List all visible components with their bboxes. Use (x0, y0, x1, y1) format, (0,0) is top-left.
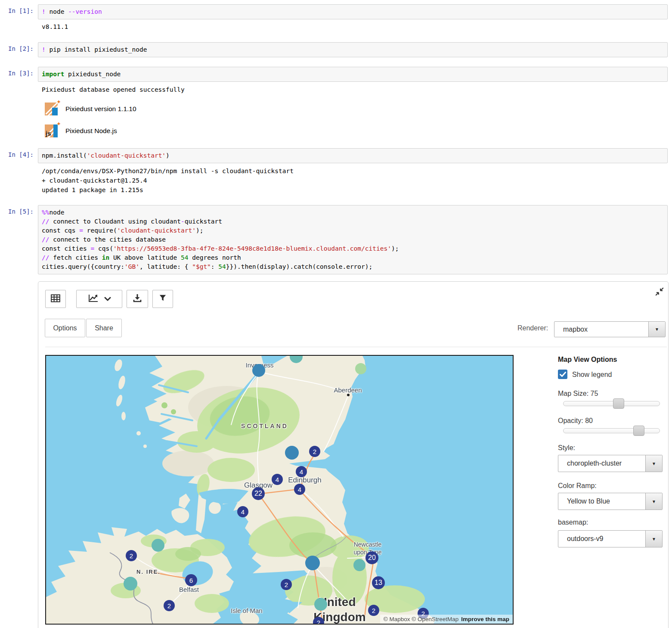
cluster-marker[interactable]: 4 (294, 484, 305, 495)
cell-prompt: In [3]: (0, 70, 34, 77)
cluster-marker[interactable]: 22 (252, 487, 265, 500)
cluster-marker[interactable] (355, 363, 366, 374)
cluster-marker[interactable]: 4 (237, 506, 248, 517)
download-button[interactable] (127, 290, 148, 308)
code-line: ! node --version (42, 7, 667, 16)
code-input[interactable]: import pixiedust_node (38, 67, 668, 82)
js-logo-text: js (46, 130, 51, 137)
check-icon (560, 372, 566, 377)
code-line: // connect to the cities database (42, 235, 667, 244)
basemap-select[interactable]: outdoors-v9 ▼ (558, 530, 663, 547)
cluster-marker[interactable] (305, 556, 320, 570)
map-attribution: © Mapbox © OpenStreetMap Improve this ma… (380, 615, 513, 624)
map-label: SCOTLAND (241, 423, 288, 429)
opacity-label: Opacity: 80 (558, 417, 593, 425)
map-label: Belfast (179, 586, 199, 593)
table-icon (51, 294, 60, 304)
cell-output-text: updated 1 package in 1.215s (42, 185, 143, 195)
cluster-marker[interactable]: 13 (372, 576, 385, 589)
cluster-marker[interactable]: 2 (368, 605, 379, 616)
cluster-marker[interactable] (285, 446, 299, 460)
code-line: // connect to Cloudant using cloudant-qu… (42, 217, 667, 226)
basemap-value: outdoors-v9 (558, 535, 645, 543)
map-label: Newcastle (354, 541, 382, 548)
cluster-marker[interactable]: 2 (281, 579, 292, 590)
code-input[interactable]: npm.install('cloudant-quickstart') (38, 148, 668, 163)
cluster-marker[interactable]: 2 (164, 600, 175, 611)
cell-output-text: v8.11.1 (42, 22, 68, 31)
logo-blue-block (52, 108, 58, 115)
cluster-marker[interactable]: 2 (309, 446, 320, 457)
renderer-select[interactable]: mapbox ▼ (554, 321, 666, 337)
options-button[interactable]: Options (45, 319, 85, 337)
code-input[interactable]: %%node// connect to Cloudant using cloud… (38, 205, 668, 274)
code-line: const cities = cqs('https://56953ed8-3fb… (42, 244, 667, 253)
badge-label: Pixiedust Node.js (65, 127, 117, 135)
cell-prompt: In [4]: (0, 151, 34, 158)
opacity-slider-handle[interactable] (633, 426, 644, 436)
map-basemap (46, 356, 513, 624)
show-legend-label: Show legend (572, 371, 612, 379)
cluster-marker[interactable]: 6 (185, 574, 197, 586)
map-label: Edinburgh (288, 476, 322, 485)
code-line: ! pip install pixiedust_node (42, 45, 667, 54)
code-input[interactable]: ! node --version (38, 4, 668, 19)
options-button-label: Options (53, 324, 77, 332)
sparkle-icon: ✦ (56, 99, 61, 105)
filter-button[interactable] (152, 290, 173, 308)
cluster-marker[interactable]: 20 (365, 551, 378, 564)
chart-button[interactable] (76, 290, 122, 308)
cluster-marker[interactable]: 2 (126, 550, 137, 561)
attribution-text: © Mapbox © OpenStreetMap (384, 616, 458, 622)
cluster-marker[interactable] (353, 559, 365, 571)
style-select[interactable]: choropleth-cluster ▼ (558, 455, 663, 472)
opacity-slider[interactable] (563, 428, 660, 433)
cell-output-text: Pixiedust database opened successfully (42, 85, 185, 94)
jupyter-notebook-page: In [1]:! node --versionv8.11.1In [2]:! p… (0, 0, 672, 628)
cluster-marker[interactable] (152, 539, 164, 552)
code-line: const cqs = require('cloudant-quickstart… (42, 226, 667, 235)
chevron-down-icon (104, 295, 111, 303)
code-line: import pixiedust_node (42, 70, 667, 79)
cluster-marker[interactable] (124, 577, 137, 591)
code-line: %%node (42, 208, 667, 217)
map-size-slider-handle[interactable] (613, 398, 624, 409)
dropdown-arrow-icon: ▼ (645, 493, 662, 510)
share-button-label: Share (95, 324, 113, 332)
toolbar-divider (45, 347, 667, 347)
style-label: Style: (558, 444, 575, 452)
mapbox-map[interactable]: InvernessAberdeenSCOTLANDEdinburghGlasgo… (45, 355, 514, 625)
map-size-label: Map Size: 75 (558, 390, 598, 398)
improve-map-link[interactable]: Improve this map (461, 616, 509, 622)
code-line: cities.query({country:'GB', latitude: { … (42, 262, 667, 271)
style-value: choropleth-cluster (558, 460, 645, 467)
pixiedust-badge: js✦Pixiedust Node.js (45, 124, 117, 138)
code-line: npm.install('cloudant-quickstart') (42, 151, 667, 160)
cell-prompt: In [1]: (0, 7, 34, 14)
cell-output-text: /opt/conda/envs/DSX-Python27/bin/npm ins… (42, 166, 294, 176)
table-button[interactable] (45, 290, 66, 308)
code-input[interactable]: ! pip install pixiedust_node (38, 42, 668, 57)
cluster-marker[interactable] (252, 364, 265, 377)
dropdown-arrow-icon: ▼ (645, 531, 662, 547)
collapse-arrows-icon[interactable] (655, 287, 664, 298)
pixiedust-output-container: Options Share Renderer: mapbox ▼ (38, 281, 669, 628)
color-ramp-value: Yellow to Blue (558, 497, 645, 505)
cluster-marker[interactable]: 4 (272, 474, 283, 485)
cluster-marker[interactable]: 4 (296, 466, 307, 477)
show-legend-checkbox[interactable] (558, 370, 567, 379)
renderer-label: Renderer: (517, 324, 548, 332)
pixiedust-logo: ✦ (45, 103, 58, 115)
cell-output-text: + cloudant-quickstart@1.25.4 (42, 176, 147, 185)
map-size-slider[interactable] (563, 401, 660, 406)
color-ramp-select[interactable]: Yellow to Blue ▼ (558, 493, 663, 510)
pixiedust-nodejs-logo: js✦ (45, 124, 58, 137)
cell-prompt: In [5]: (0, 208, 34, 215)
share-button[interactable]: Share (86, 319, 122, 337)
cluster-marker[interactable] (314, 598, 327, 611)
color-ramp-label: Color Ramp: (558, 482, 597, 490)
map-label: N. IRE. (136, 569, 161, 575)
sparkle-icon: ✦ (56, 121, 61, 127)
dropdown-arrow-icon: ▼ (648, 322, 665, 337)
chart-line-icon (88, 294, 98, 304)
